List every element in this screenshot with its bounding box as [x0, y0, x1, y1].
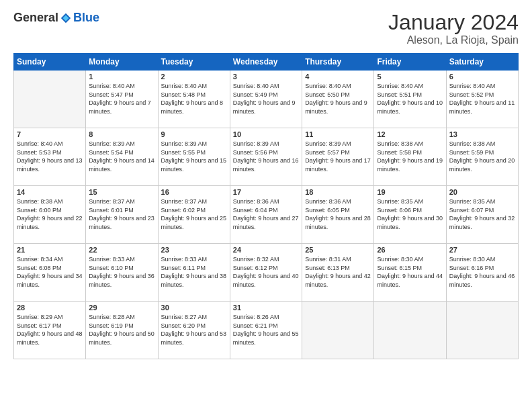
logo-general: General: [13, 11, 58, 25]
day-number: 8: [89, 130, 154, 138]
day-number: 9: [161, 130, 227, 138]
col-wednesday: Wednesday: [230, 54, 302, 71]
table-row: 21Sunrise: 8:34 AMSunset: 6:08 PMDayligh…: [14, 244, 86, 302]
day-number: 5: [377, 73, 443, 81]
day-number: 13: [449, 130, 515, 138]
day-info: Sunrise: 8:35 AMSunset: 6:06 PMDaylight:…: [377, 197, 443, 231]
day-info: Sunrise: 8:39 AMSunset: 5:57 PMDaylight:…: [305, 140, 371, 173]
day-info: Sunrise: 8:30 AMSunset: 6:16 PMDaylight:…: [449, 255, 515, 289]
calendar-table: Sunday Monday Tuesday Wednesday Thursday…: [13, 53, 519, 359]
day-info: Sunrise: 8:40 AMSunset: 5:52 PMDaylight:…: [449, 82, 515, 116]
table-row: 2Sunrise: 8:40 AMSunset: 5:48 PMDaylight…: [158, 71, 230, 128]
logo: General Blue: [13, 11, 99, 25]
day-number: 26: [377, 246, 443, 254]
day-number: 27: [449, 246, 515, 254]
day-number: 19: [377, 188, 443, 196]
day-info: Sunrise: 8:40 AMSunset: 5:51 PMDaylight:…: [377, 82, 443, 116]
day-info: Sunrise: 8:38 AMSunset: 5:59 PMDaylight:…: [449, 140, 515, 173]
day-number: 17: [233, 188, 299, 196]
col-saturday: Saturday: [446, 54, 518, 71]
logo-text: General Blue: [13, 11, 99, 25]
day-info: Sunrise: 8:29 AMSunset: 6:17 PMDaylight:…: [17, 313, 83, 347]
table-row: 24Sunrise: 8:32 AMSunset: 6:12 PMDayligh…: [230, 244, 302, 302]
day-number: 24: [233, 246, 299, 254]
day-number: 25: [305, 246, 371, 254]
table-row: 23Sunrise: 8:33 AMSunset: 6:11 PMDayligh…: [158, 244, 230, 302]
table-row: 1Sunrise: 8:40 AMSunset: 5:47 PMDaylight…: [86, 71, 158, 128]
col-monday: Monday: [86, 54, 158, 71]
table-row: [14, 71, 86, 128]
day-info: Sunrise: 8:39 AMSunset: 5:56 PMDaylight:…: [233, 140, 299, 173]
day-number: 11: [305, 130, 371, 138]
day-info: Sunrise: 8:38 AMSunset: 5:58 PMDaylight:…: [377, 140, 443, 173]
table-row: 13Sunrise: 8:38 AMSunset: 5:59 PMDayligh…: [446, 128, 518, 186]
table-row: 17Sunrise: 8:36 AMSunset: 6:04 PMDayligh…: [230, 186, 302, 244]
table-row: 6Sunrise: 8:40 AMSunset: 5:52 PMDaylight…: [446, 71, 518, 128]
table-row: 26Sunrise: 8:30 AMSunset: 6:15 PMDayligh…: [374, 244, 446, 302]
table-row: [374, 302, 446, 359]
day-info: Sunrise: 8:39 AMSunset: 5:55 PMDaylight:…: [161, 140, 227, 173]
calendar-week-row: 1Sunrise: 8:40 AMSunset: 5:47 PMDaylight…: [14, 71, 519, 128]
col-friday: Friday: [374, 54, 446, 71]
table-row: 10Sunrise: 8:39 AMSunset: 5:56 PMDayligh…: [230, 128, 302, 186]
day-number: 15: [89, 188, 154, 196]
day-info: Sunrise: 8:34 AMSunset: 6:08 PMDaylight:…: [17, 255, 83, 289]
day-info: Sunrise: 8:37 AMSunset: 6:01 PMDaylight:…: [89, 197, 154, 231]
day-info: Sunrise: 8:37 AMSunset: 6:02 PMDaylight:…: [161, 197, 227, 231]
day-number: 30: [161, 304, 227, 312]
day-number: 6: [449, 73, 515, 81]
day-number: 3: [233, 73, 299, 81]
day-info: Sunrise: 8:40 AMSunset: 5:50 PMDaylight:…: [305, 82, 371, 116]
day-number: 14: [17, 188, 83, 196]
day-number: 20: [449, 188, 515, 196]
day-number: 23: [161, 246, 227, 254]
day-info: Sunrise: 8:26 AMSunset: 6:21 PMDaylight:…: [233, 313, 299, 347]
calendar-week-row: 28Sunrise: 8:29 AMSunset: 6:17 PMDayligh…: [14, 302, 519, 359]
table-row: 18Sunrise: 8:36 AMSunset: 6:05 PMDayligh…: [302, 186, 374, 244]
table-row: 12Sunrise: 8:38 AMSunset: 5:58 PMDayligh…: [374, 128, 446, 186]
logo-blue: Blue: [73, 11, 99, 25]
day-number: 2: [161, 73, 227, 81]
day-info: Sunrise: 8:40 AMSunset: 5:48 PMDaylight:…: [161, 82, 227, 116]
day-info: Sunrise: 8:32 AMSunset: 6:12 PMDaylight:…: [233, 255, 299, 289]
day-number: 4: [305, 73, 371, 81]
table-row: 9Sunrise: 8:39 AMSunset: 5:55 PMDaylight…: [158, 128, 230, 186]
calendar-week-row: 14Sunrise: 8:38 AMSunset: 6:00 PMDayligh…: [14, 186, 519, 244]
day-number: 31: [233, 304, 299, 312]
day-number: 21: [17, 246, 83, 254]
table-row: 28Sunrise: 8:29 AMSunset: 6:17 PMDayligh…: [14, 302, 86, 359]
table-row: [446, 302, 518, 359]
table-row: 19Sunrise: 8:35 AMSunset: 6:06 PMDayligh…: [374, 186, 446, 244]
table-row: 27Sunrise: 8:30 AMSunset: 6:16 PMDayligh…: [446, 244, 518, 302]
table-row: 5Sunrise: 8:40 AMSunset: 5:51 PMDaylight…: [374, 71, 446, 128]
day-info: Sunrise: 8:33 AMSunset: 6:11 PMDaylight:…: [161, 255, 227, 289]
table-row: 11Sunrise: 8:39 AMSunset: 5:57 PMDayligh…: [302, 128, 374, 186]
table-row: 29Sunrise: 8:28 AMSunset: 6:19 PMDayligh…: [86, 302, 158, 359]
page: General Blue January 2024 Aleson, La Rio…: [0, 0, 532, 411]
table-row: 15Sunrise: 8:37 AMSunset: 6:01 PMDayligh…: [86, 186, 158, 244]
day-number: 10: [233, 130, 299, 138]
table-row: 14Sunrise: 8:38 AMSunset: 6:00 PMDayligh…: [14, 186, 86, 244]
day-info: Sunrise: 8:27 AMSunset: 6:20 PMDaylight:…: [161, 313, 227, 347]
day-info: Sunrise: 8:40 AMSunset: 5:49 PMDaylight:…: [233, 82, 299, 116]
day-number: 22: [89, 246, 154, 254]
day-info: Sunrise: 8:39 AMSunset: 5:54 PMDaylight:…: [89, 140, 154, 173]
table-row: 25Sunrise: 8:31 AMSunset: 6:13 PMDayligh…: [302, 244, 374, 302]
month-title: January 2024: [388, 11, 519, 34]
table-row: 22Sunrise: 8:33 AMSunset: 6:10 PMDayligh…: [86, 244, 158, 302]
col-thursday: Thursday: [302, 54, 374, 71]
day-number: 28: [17, 304, 83, 312]
day-info: Sunrise: 8:30 AMSunset: 6:15 PMDaylight:…: [377, 255, 443, 289]
header: General Blue January 2024 Aleson, La Rio…: [13, 11, 519, 46]
table-row: 4Sunrise: 8:40 AMSunset: 5:50 PMDaylight…: [302, 71, 374, 128]
calendar-week-row: 21Sunrise: 8:34 AMSunset: 6:08 PMDayligh…: [14, 244, 519, 302]
day-number: 16: [161, 188, 227, 196]
day-info: Sunrise: 8:40 AMSunset: 5:47 PMDaylight:…: [89, 82, 154, 116]
location-title: Aleson, La Rioja, Spain: [388, 34, 519, 46]
title-block: January 2024 Aleson, La Rioja, Spain: [388, 11, 519, 46]
day-info: Sunrise: 8:36 AMSunset: 6:04 PMDaylight:…: [233, 197, 299, 231]
day-number: 12: [377, 130, 443, 138]
day-number: 1: [89, 73, 154, 81]
logo-icon: [60, 12, 72, 24]
day-info: Sunrise: 8:36 AMSunset: 6:05 PMDaylight:…: [305, 197, 371, 231]
